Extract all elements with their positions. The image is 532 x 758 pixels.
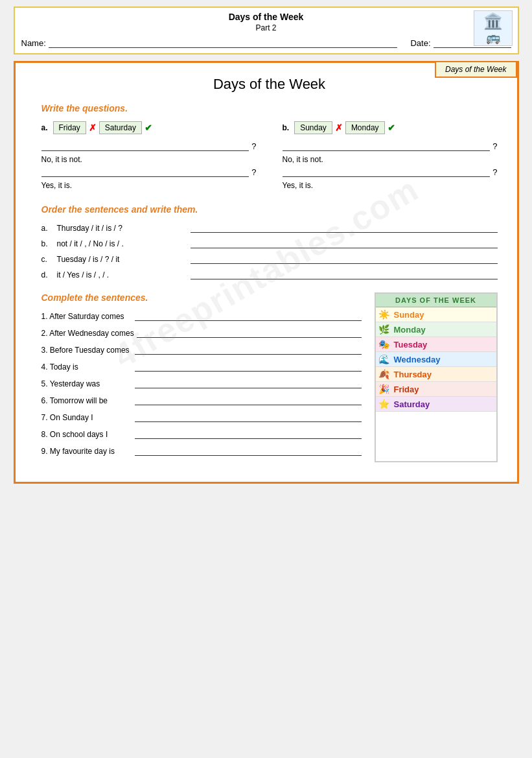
answer-row-a1: ? bbox=[41, 139, 257, 151]
day-name: Friday bbox=[394, 385, 419, 394]
section-c-heading: Complete the sentences. bbox=[41, 292, 362, 303]
section-a-heading: Write the questions. bbox=[41, 103, 498, 113]
header-title: Days of the Week bbox=[21, 12, 511, 22]
cross-mark-b: ✗ bbox=[335, 123, 343, 133]
header-subtitle: Part 2 bbox=[21, 23, 511, 32]
answer-row-b1: ? bbox=[283, 139, 498, 151]
exercise-c: Complete the sentences. 1. After Saturda… bbox=[41, 292, 498, 462]
complete-answer-line bbox=[135, 378, 362, 388]
day-box-monday: Monday bbox=[345, 121, 385, 134]
days-chart-rows: ☀️ Sunday 🌿 Monday 🎭 Tuesday 🌊 Wednesday… bbox=[376, 307, 496, 412]
main-content-box: Days of the Week 4freeprintables.com Day… bbox=[14, 61, 519, 484]
complete-num: 2. After Wednesday comes bbox=[41, 329, 134, 338]
sentence-answer-line bbox=[191, 222, 498, 233]
day-icon: 🌊 bbox=[378, 354, 391, 364]
day-box-sunday: Sunday bbox=[294, 121, 332, 134]
main-content: Days of the Week Write the questions. a.… bbox=[16, 63, 517, 469]
complete-num: 6. Tomorrow will be bbox=[41, 396, 132, 405]
section-b-heading: Order the sentences and write them. bbox=[41, 204, 498, 215]
day-chart-row-friday: 🎉 Friday bbox=[376, 382, 496, 397]
sentence-row: a. Thursday / it / is / ? bbox=[41, 222, 498, 233]
exercise-b: Order the sentences and write them. a. T… bbox=[41, 204, 498, 279]
day-chart-row-wednesday: 🌊 Wednesday bbox=[376, 352, 496, 367]
header-box: Days of the Week Part 2 Name: Date: 🏛️ 🚌 bbox=[14, 6, 519, 54]
group-b-label: b. bbox=[283, 123, 290, 132]
day-name: Saturday bbox=[394, 399, 430, 409]
sentence-answer-line bbox=[191, 254, 498, 264]
name-input-line bbox=[49, 38, 398, 48]
response-b1: No, it is not. bbox=[283, 155, 498, 164]
sentence-row: d. it / Yes / is / , / . bbox=[41, 269, 498, 279]
complete-answer-line bbox=[135, 395, 362, 405]
sentence-label: c. bbox=[41, 255, 53, 264]
complete-answer-line bbox=[135, 311, 362, 321]
complete-row: 6. Tomorrow will be bbox=[41, 395, 362, 405]
complete-row: 3. Before Tuesday comes bbox=[41, 344, 362, 355]
answer-line-b2 bbox=[283, 165, 491, 177]
group-a-label: a. bbox=[41, 123, 48, 132]
header-image: 🏛️ 🚌 bbox=[474, 10, 513, 46]
response-a1: No, it is not. bbox=[41, 155, 257, 164]
question-group-a: a. Friday ✗ Saturday ✔ ? No, it is not. … bbox=[41, 121, 257, 191]
day-chart-row-tuesday: 🎭 Tuesday bbox=[376, 337, 496, 352]
day-boxes-b: b. Sunday ✗ Monday ✔ bbox=[283, 121, 498, 134]
day-chart-row-saturday: ⭐ Saturday bbox=[376, 397, 496, 412]
day-name: Thursday bbox=[394, 370, 432, 379]
page-title: Days of the Week bbox=[41, 76, 498, 93]
day-chart-row-sunday: ☀️ Sunday bbox=[376, 307, 496, 322]
days-chart-title: DAYS OF THE WEEK bbox=[376, 294, 496, 307]
day-box-saturday: Saturday bbox=[99, 121, 142, 134]
complete-row: 7. On Sunday I bbox=[41, 412, 362, 422]
sentence-answer-line bbox=[191, 269, 498, 279]
date-label: Date: bbox=[410, 38, 430, 48]
sentence-text: not / it / , / No / is / . bbox=[57, 239, 187, 248]
complete-num: 8. On school days I bbox=[41, 430, 132, 439]
sentences-container: a. Thursday / it / is / ? b. not / it / … bbox=[41, 222, 498, 279]
sentence-text: Tuesday / is / ? / it bbox=[57, 255, 187, 264]
question-group-b: b. Sunday ✗ Monday ✔ ? No, it is not. ? bbox=[283, 121, 498, 191]
day-boxes-a: a. Friday ✗ Saturday ✔ bbox=[41, 121, 257, 134]
complete-answer-line bbox=[135, 361, 362, 372]
answer-row-a2: ? bbox=[41, 165, 257, 177]
complete-num: 5. Yesterday was bbox=[41, 379, 132, 388]
sentence-text: it / Yes / is / , / . bbox=[57, 270, 187, 279]
complete-row: 8. On school days I bbox=[41, 429, 362, 439]
complete-answer-line bbox=[135, 429, 362, 439]
answer-line-a1 bbox=[41, 139, 249, 151]
answer-line-b1 bbox=[283, 139, 491, 151]
complete-sentences: Complete the sentences. 1. After Saturda… bbox=[41, 292, 362, 462]
question-boxes: a. Friday ✗ Saturday ✔ ? No, it is not. … bbox=[41, 121, 498, 191]
complete-answer-line bbox=[137, 327, 362, 338]
orange-tab: Days of the Week bbox=[435, 62, 517, 78]
day-icon: 🎉 bbox=[378, 384, 391, 394]
sentence-label: a. bbox=[41, 224, 53, 233]
complete-answer-line bbox=[135, 445, 362, 456]
name-label: Name: bbox=[21, 38, 46, 48]
sentence-answer-line bbox=[191, 238, 498, 248]
sentence-label: d. bbox=[41, 270, 53, 279]
complete-num: 1. After Saturday comes bbox=[41, 312, 132, 321]
complete-num: 9. My favourite day is bbox=[41, 447, 132, 456]
day-name: Monday bbox=[394, 325, 426, 335]
response-b2: Yes, it is. bbox=[283, 181, 498, 190]
day-name: Wednesday bbox=[394, 355, 441, 364]
complete-row: 9. My favourite day is bbox=[41, 445, 362, 456]
check-mark-b: ✔ bbox=[387, 123, 395, 133]
complete-num: 3. Before Tuesday comes bbox=[41, 346, 132, 355]
complete-row: 4. Today is bbox=[41, 361, 362, 372]
days-chart: DAYS OF THE WEEK ☀️ Sunday 🌿 Monday 🎭 Tu… bbox=[375, 292, 498, 462]
day-name: Sunday bbox=[394, 310, 424, 320]
exercise-a: Write the questions. a. Friday ✗ Saturda… bbox=[41, 103, 498, 191]
sentence-row: b. not / it / , / No / is / . bbox=[41, 238, 498, 248]
day-icon: 🎭 bbox=[378, 339, 391, 349]
answer-line-a2 bbox=[41, 165, 249, 177]
complete-row: 5. Yesterday was bbox=[41, 378, 362, 388]
complete-answer-line bbox=[135, 344, 362, 355]
answer-row-b2: ? bbox=[283, 165, 498, 177]
complete-row: 1. After Saturday comes bbox=[41, 311, 362, 321]
sentence-row: c. Tuesday / is / ? / it bbox=[41, 254, 498, 264]
day-box-friday: Friday bbox=[53, 121, 86, 134]
complete-answer-line bbox=[135, 412, 362, 422]
name-date-row: Name: Date: bbox=[21, 38, 511, 48]
complete-container: 1. After Saturday comes 2. After Wednesd… bbox=[41, 311, 362, 456]
